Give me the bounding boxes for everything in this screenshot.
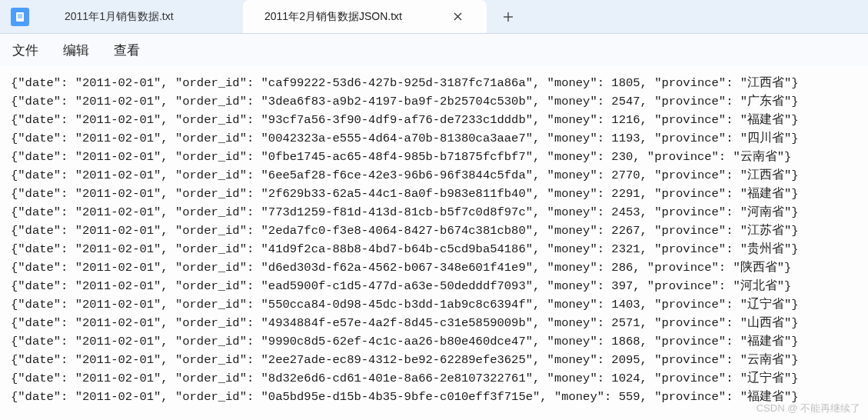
tab-label: 2011年2月销售数据JSON.txt <box>264 10 402 24</box>
content-line: {"date": "2011-02-01", "order_id": "0fbe… <box>11 148 857 166</box>
content-line: {"date": "2011-02-01", "order_id": "2f62… <box>11 185 857 203</box>
content-line: {"date": "2011-02-01", "order_id": "3dea… <box>11 92 857 111</box>
content-line: {"date": "2011-02-01", "order_id": "d6ed… <box>11 258 857 277</box>
content-line: {"date": "2011-02-01", "order_id": "41d9… <box>11 240 857 258</box>
menu-bar: 文件 编辑 查看 <box>0 34 868 66</box>
add-tab-button[interactable] <box>494 3 522 31</box>
content-line: {"date": "2011-02-01", "order_id": "93cf… <box>11 111 857 129</box>
content-line: {"date": "2011-02-01", "order_id": "6ee5… <box>11 166 857 185</box>
content-line: {"date": "2011-02-01", "order_id": "773d… <box>11 203 857 222</box>
tab-inactive[interactable]: 2011年1月销售数据.txt <box>43 0 243 33</box>
notepad-icon <box>11 8 29 26</box>
menu-file[interactable]: 文件 <box>12 42 38 59</box>
svg-rect-0 <box>16 12 24 22</box>
menu-view[interactable]: 查看 <box>114 42 140 59</box>
tab-label: 2011年1月销售数据.txt <box>65 10 174 24</box>
content-line: {"date": "2011-02-01", "order_id": "0a5b… <box>11 388 857 406</box>
content-line: {"date": "2011-02-01", "order_id": "9990… <box>11 332 857 351</box>
content-line: {"date": "2011-02-01", "order_id": "2eda… <box>11 222 857 240</box>
content-line: {"date": "2011-02-01", "order_id": "8d32… <box>11 369 857 388</box>
menu-edit[interactable]: 编辑 <box>63 42 89 59</box>
content-line: {"date": "2011-02-01", "order_id": "ead5… <box>11 277 857 295</box>
tab-active[interactable]: 2011年2月销售数据JSON.txt <box>243 0 487 33</box>
content-line: {"date": "2011-02-01", "order_id": "2ee2… <box>11 351 857 369</box>
watermark: CSDN @ 不能再继续了 <box>757 402 860 415</box>
tab-bar: 2011年1月销售数据.txt 2011年2月销售数据JSON.txt <box>0 0 868 34</box>
content-line: {"date": "2011-02-01", "order_id": "4934… <box>11 314 857 332</box>
content-line: {"date": "2011-02-01", "order_id": "550c… <box>11 295 857 314</box>
content-line: {"date": "2011-02-01", "order_id": "0042… <box>11 129 857 148</box>
text-content[interactable]: {"date": "2011-02-01", "order_id": "caf9… <box>0 66 868 420</box>
close-icon[interactable] <box>451 10 465 24</box>
content-line: {"date": "2011-02-01", "order_id": "caf9… <box>11 74 857 92</box>
